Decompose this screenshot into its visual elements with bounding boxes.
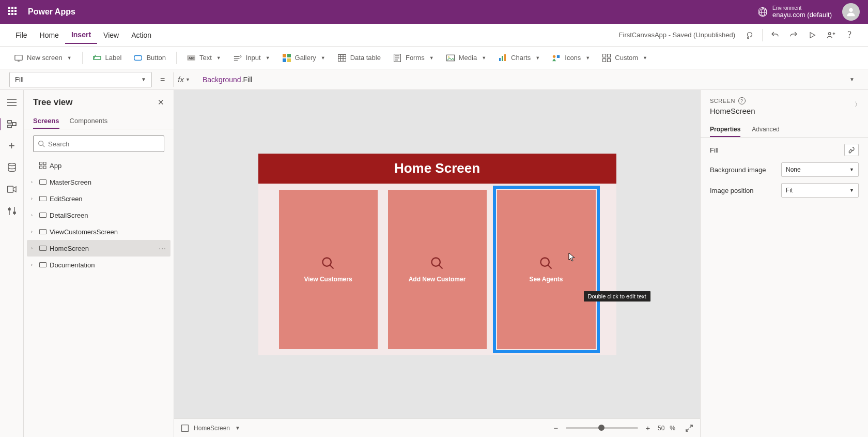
svg-rect-52 — [7, 186, 13, 192]
datatable-button[interactable]: Data table — [333, 51, 386, 65]
img-pos-value: Fit — [786, 187, 793, 194]
user-avatar[interactable] — [842, 3, 860, 21]
card-view-customers[interactable]: View Customers — [279, 190, 378, 349]
tree-item-masterscreen[interactable]: › MasterScreen — [27, 174, 171, 190]
media-dropdown[interactable]: Media ▼ — [441, 51, 491, 65]
charts-dropdown[interactable]: Charts ▼ — [493, 51, 545, 65]
svg-rect-37 — [504, 54, 506, 61]
tree-item-detailscreen[interactable]: › DetailScreen — [27, 207, 171, 223]
zoom-unit: % — [670, 425, 675, 432]
svg-marker-40 — [552, 58, 556, 61]
svg-rect-48 — [8, 120, 11, 123]
bg-image-select[interactable]: None ▼ — [781, 162, 859, 177]
fill-color-button[interactable] — [844, 144, 859, 156]
tree-search[interactable] — [33, 135, 164, 152]
zoom-slider[interactable] — [566, 427, 638, 429]
app-launcher-icon[interactable] — [8, 7, 19, 17]
chevron-down-icon[interactable]: ▼ — [235, 425, 240, 431]
property-dropdown[interactable]: Fill ▼ — [9, 72, 152, 87]
tree-search-input[interactable] — [48, 140, 160, 148]
datatable-label: Data table — [350, 54, 381, 62]
chevron-down-icon: ▼ — [429, 55, 434, 61]
screen-title-bar[interactable]: Home Screen — [258, 154, 616, 184]
more-options-button[interactable]: ··· — [159, 244, 166, 252]
redo-button[interactable] — [784, 27, 803, 43]
chevron-down-icon: ▼ — [585, 55, 590, 61]
card-add-new-customer[interactable]: Add New Customer — [388, 190, 487, 349]
button-insert-button[interactable]: Button — [129, 51, 171, 65]
tree-item-app[interactable]: App — [27, 157, 171, 174]
svg-point-67 — [541, 258, 549, 266]
undo-button[interactable] — [766, 27, 784, 43]
menu-file[interactable]: File — [9, 27, 34, 43]
media-label: Media — [459, 54, 477, 62]
tree-item-documentation[interactable]: › Documentation — [27, 257, 171, 273]
tree-item-viewcustomersscreen[interactable]: › ViewCustomersScreen — [27, 223, 171, 240]
input-dropdown[interactable]: Input ▼ — [228, 51, 275, 65]
environment-selector[interactable]: Environment enayu.com (default) — [758, 5, 832, 19]
forms-dropdown[interactable]: Forms ▼ — [388, 51, 439, 65]
menu-view[interactable]: View — [97, 27, 125, 43]
expand-formula-bar[interactable]: ▼ — [845, 77, 859, 82]
artboard-homescreen[interactable]: Home Screen View Customers Add New Custo… — [258, 154, 616, 355]
media-pane-icon[interactable] — [6, 183, 18, 195]
icons-dropdown[interactable]: Icons ▼ — [547, 51, 595, 65]
data-pane-icon[interactable] — [6, 161, 18, 174]
close-panel-button[interactable]: ✕ — [158, 98, 164, 107]
tree-item-homescreen[interactable]: › HomeScreen ··· — [27, 240, 171, 257]
svg-rect-36 — [502, 56, 503, 61]
help-button[interactable]: ? — [840, 27, 859, 43]
tab-advanced[interactable]: Advanced — [752, 123, 779, 137]
formula-prop: .Fill — [241, 76, 253, 84]
svg-line-19 — [240, 56, 241, 57]
menu-home[interactable]: Home — [34, 27, 65, 43]
custom-dropdown[interactable]: Custom ▼ — [597, 51, 653, 65]
screen-checkbox[interactable] — [181, 425, 189, 432]
insert-pane-icon[interactable]: + — [6, 140, 18, 152]
hamburger-icon[interactable] — [6, 96, 18, 109]
new-screen-label: New screen — [27, 54, 63, 62]
svg-line-18 — [240, 55, 241, 56]
charts-label: Charts — [511, 54, 531, 62]
tree-item-editscreen[interactable]: › EditScreen — [27, 190, 171, 207]
collapse-panel-button[interactable]: 〉 — [855, 100, 861, 109]
svg-point-3 — [849, 8, 853, 12]
share-button[interactable] — [822, 27, 840, 43]
fx-button[interactable]: fx ▼ — [173, 72, 194, 87]
img-pos-select[interactable]: Fit ▼ — [781, 183, 859, 198]
card-label: View Customers — [304, 276, 352, 283]
svg-rect-35 — [499, 58, 501, 61]
screen-icon — [39, 196, 47, 201]
tree-item-label: Documentation — [50, 261, 95, 269]
gallery-label: Gallery — [295, 54, 316, 62]
environment-value: enayu.com (default) — [772, 11, 832, 19]
prop-fill-label: Fill — [710, 146, 719, 154]
document-status: FirstCanvasApp - Saved (Unpublished) — [619, 31, 735, 39]
advanced-tools-icon[interactable] — [6, 205, 18, 217]
prop-row-imgpos: Image position Fit ▼ — [710, 183, 859, 198]
svg-marker-5 — [810, 32, 815, 38]
label-button[interactable]: Label — [88, 51, 127, 65]
gallery-dropdown[interactable]: Gallery ▼ — [277, 51, 331, 65]
formula-input[interactable]: Background.Fill — [199, 72, 840, 87]
svg-rect-22 — [283, 58, 286, 62]
help-icon[interactable]: ? — [738, 97, 746, 104]
tab-components[interactable]: Components — [70, 114, 108, 129]
tab-screens[interactable]: Screens — [33, 114, 59, 129]
gallery-icon — [283, 54, 291, 62]
zoom-in-button[interactable]: + — [643, 424, 653, 432]
tree-view-icon[interactable] — [6, 118, 18, 130]
play-button[interactable] — [803, 27, 822, 43]
new-screen-button[interactable]: New screen ▼ — [9, 51, 77, 65]
zoom-out-button[interactable]: − — [551, 424, 561, 432]
app-checker-icon[interactable] — [740, 27, 759, 43]
card-see-agents[interactable]: See Agents — [497, 190, 596, 349]
menu-insert[interactable]: Insert — [65, 26, 97, 44]
text-dropdown[interactable]: Abc Text ▼ — [182, 51, 226, 65]
tree-item-label: MasterScreen — [50, 178, 91, 186]
chevron-down-icon: ▼ — [67, 55, 72, 61]
tab-properties[interactable]: Properties — [710, 123, 740, 137]
chevron-down-icon: ▼ — [849, 188, 854, 193]
fit-to-window-button[interactable] — [686, 425, 693, 432]
menu-action[interactable]: Action — [125, 27, 158, 43]
